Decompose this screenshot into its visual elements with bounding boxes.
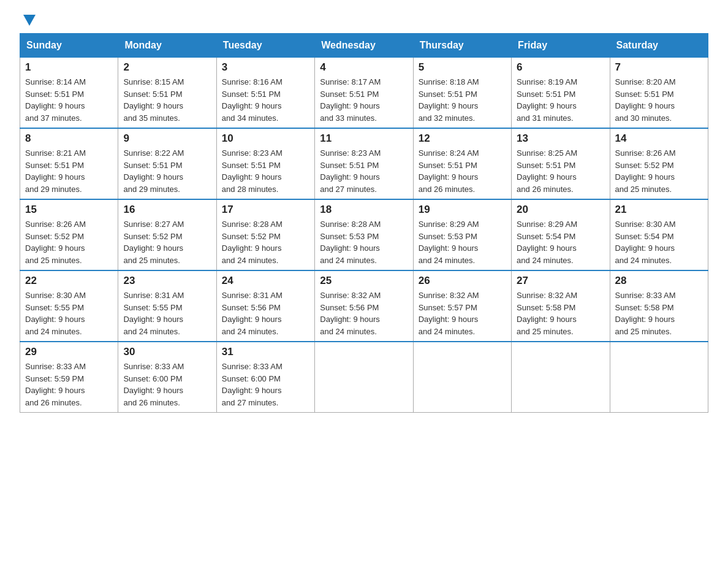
calendar-cell: 24Sunrise: 8:31 AMSunset: 5:56 PMDayligh…: [216, 270, 314, 342]
calendar-table: SundayMondayTuesdayWednesdayThursdayFrid…: [20, 33, 708, 413]
calendar-cell: 10Sunrise: 8:23 AMSunset: 5:51 PMDayligh…: [216, 128, 314, 199]
day-number: 9: [123, 132, 211, 145]
day-info: Sunrise: 8:33 AMSunset: 5:59 PMDaylight:…: [25, 361, 113, 408]
day-info: Sunrise: 8:21 AMSunset: 5:51 PMDaylight:…: [25, 147, 113, 195]
calendar-cell: 26Sunrise: 8:32 AMSunset: 5:57 PMDayligh…: [413, 270, 511, 342]
calendar-cell: 9Sunrise: 8:22 AMSunset: 5:51 PMDaylight…: [118, 128, 216, 199]
calendar-cell: 30Sunrise: 8:33 AMSunset: 6:00 PMDayligh…: [118, 342, 216, 413]
calendar-cell: 5Sunrise: 8:18 AMSunset: 5:51 PMDaylight…: [413, 58, 511, 129]
weekday-header-monday: Monday: [118, 34, 216, 58]
calendar-cell: 31Sunrise: 8:33 AMSunset: 6:00 PMDayligh…: [216, 342, 314, 413]
day-number: 19: [419, 204, 506, 216]
day-info: Sunrise: 8:33 AMSunset: 5:58 PMDaylight:…: [615, 289, 703, 337]
calendar-week-row: 1Sunrise: 8:14 AMSunset: 5:51 PMDaylight…: [20, 58, 708, 129]
day-number: 31: [222, 346, 309, 358]
day-info: Sunrise: 8:31 AMSunset: 5:55 PMDaylight:…: [123, 289, 211, 337]
day-number: 14: [615, 132, 703, 145]
day-info: Sunrise: 8:15 AMSunset: 5:51 PMDaylight:…: [123, 76, 211, 124]
day-number: 16: [123, 204, 211, 216]
day-info: Sunrise: 8:29 AMSunset: 5:53 PMDaylight:…: [419, 218, 506, 266]
calendar-cell: 13Sunrise: 8:25 AMSunset: 5:51 PMDayligh…: [512, 128, 610, 199]
day-number: 21: [615, 204, 703, 216]
day-number: 30: [123, 346, 211, 358]
day-info: Sunrise: 8:30 AMSunset: 5:54 PMDaylight:…: [615, 218, 703, 266]
day-info: Sunrise: 8:28 AMSunset: 5:53 PMDaylight:…: [320, 218, 408, 266]
calendar-cell: 22Sunrise: 8:30 AMSunset: 5:55 PMDayligh…: [20, 270, 118, 342]
day-info: Sunrise: 8:28 AMSunset: 5:52 PMDaylight:…: [222, 218, 309, 266]
weekday-header-sunday: Sunday: [20, 34, 118, 58]
logo-triangle-icon: [23, 15, 36, 26]
day-number: 10: [222, 132, 309, 145]
calendar-cell: 1Sunrise: 8:14 AMSunset: 5:51 PMDaylight…: [20, 58, 118, 129]
day-number: 22: [25, 275, 113, 287]
calendar-cell: 17Sunrise: 8:28 AMSunset: 5:52 PMDayligh…: [216, 199, 314, 270]
day-number: 7: [615, 61, 703, 74]
day-info: Sunrise: 8:31 AMSunset: 5:56 PMDaylight:…: [222, 289, 309, 337]
day-number: 1: [25, 61, 113, 74]
page-header: [20, 15, 708, 26]
calendar-cell: 11Sunrise: 8:23 AMSunset: 5:51 PMDayligh…: [315, 128, 413, 199]
day-number: 15: [25, 204, 113, 216]
calendar-cell: 19Sunrise: 8:29 AMSunset: 5:53 PMDayligh…: [413, 199, 511, 270]
day-number: 2: [123, 61, 211, 74]
day-info: Sunrise: 8:24 AMSunset: 5:51 PMDaylight:…: [419, 147, 506, 195]
calendar-cell: 8Sunrise: 8:21 AMSunset: 5:51 PMDaylight…: [20, 128, 118, 199]
day-info: Sunrise: 8:32 AMSunset: 5:58 PMDaylight:…: [517, 289, 604, 337]
day-info: Sunrise: 8:23 AMSunset: 5:51 PMDaylight:…: [320, 147, 408, 195]
day-number: 29: [25, 346, 113, 358]
day-info: Sunrise: 8:33 AMSunset: 6:00 PMDaylight:…: [222, 361, 309, 408]
day-info: Sunrise: 8:27 AMSunset: 5:52 PMDaylight:…: [123, 218, 211, 266]
calendar-cell: 16Sunrise: 8:27 AMSunset: 5:52 PMDayligh…: [118, 199, 216, 270]
calendar-cell: 14Sunrise: 8:26 AMSunset: 5:52 PMDayligh…: [610, 128, 708, 199]
logo: [20, 15, 36, 26]
logo-blue-text: [20, 15, 36, 26]
calendar-cell: 15Sunrise: 8:26 AMSunset: 5:52 PMDayligh…: [20, 199, 118, 270]
calendar-cell: 28Sunrise: 8:33 AMSunset: 5:58 PMDayligh…: [610, 270, 708, 342]
calendar-cell: 27Sunrise: 8:32 AMSunset: 5:58 PMDayligh…: [512, 270, 610, 342]
day-number: 27: [517, 275, 604, 287]
day-info: Sunrise: 8:19 AMSunset: 5:51 PMDaylight:…: [517, 76, 604, 124]
calendar-week-row: 29Sunrise: 8:33 AMSunset: 5:59 PMDayligh…: [20, 342, 708, 413]
day-number: 4: [320, 61, 408, 74]
weekday-header-tuesday: Tuesday: [216, 34, 314, 58]
calendar-header-row: SundayMondayTuesdayWednesdayThursdayFrid…: [20, 34, 708, 58]
day-number: 25: [320, 275, 408, 287]
day-info: Sunrise: 8:22 AMSunset: 5:51 PMDaylight:…: [123, 147, 211, 195]
calendar-cell: 29Sunrise: 8:33 AMSunset: 5:59 PMDayligh…: [20, 342, 118, 413]
calendar-cell: 20Sunrise: 8:29 AMSunset: 5:54 PMDayligh…: [512, 199, 610, 270]
calendar-cell: 23Sunrise: 8:31 AMSunset: 5:55 PMDayligh…: [118, 270, 216, 342]
calendar-cell: [315, 342, 413, 413]
day-info: Sunrise: 8:33 AMSunset: 6:00 PMDaylight:…: [123, 361, 211, 408]
calendar-cell: 4Sunrise: 8:17 AMSunset: 5:51 PMDaylight…: [315, 58, 413, 129]
calendar-cell: 3Sunrise: 8:16 AMSunset: 5:51 PMDaylight…: [216, 58, 314, 129]
day-info: Sunrise: 8:30 AMSunset: 5:55 PMDaylight:…: [25, 289, 113, 337]
calendar-cell: 7Sunrise: 8:20 AMSunset: 5:51 PMDaylight…: [610, 58, 708, 129]
day-number: 26: [419, 275, 506, 287]
calendar-week-row: 15Sunrise: 8:26 AMSunset: 5:52 PMDayligh…: [20, 199, 708, 270]
calendar-cell: 21Sunrise: 8:30 AMSunset: 5:54 PMDayligh…: [610, 199, 708, 270]
day-info: Sunrise: 8:26 AMSunset: 5:52 PMDaylight:…: [615, 147, 703, 195]
calendar-cell: 12Sunrise: 8:24 AMSunset: 5:51 PMDayligh…: [413, 128, 511, 199]
weekday-header-wednesday: Wednesday: [315, 34, 413, 58]
calendar-week-row: 8Sunrise: 8:21 AMSunset: 5:51 PMDaylight…: [20, 128, 708, 199]
day-info: Sunrise: 8:29 AMSunset: 5:54 PMDaylight:…: [517, 218, 604, 266]
calendar-cell: [512, 342, 610, 413]
day-number: 11: [320, 132, 408, 145]
calendar-cell: 6Sunrise: 8:19 AMSunset: 5:51 PMDaylight…: [512, 58, 610, 129]
calendar-week-row: 22Sunrise: 8:30 AMSunset: 5:55 PMDayligh…: [20, 270, 708, 342]
calendar-cell: [413, 342, 511, 413]
day-info: Sunrise: 8:18 AMSunset: 5:51 PMDaylight:…: [419, 76, 506, 124]
day-number: 8: [25, 132, 113, 145]
day-number: 12: [419, 132, 506, 145]
day-info: Sunrise: 8:32 AMSunset: 5:56 PMDaylight:…: [320, 289, 408, 337]
calendar-cell: [610, 342, 708, 413]
day-number: 28: [615, 275, 703, 287]
day-info: Sunrise: 8:32 AMSunset: 5:57 PMDaylight:…: [419, 289, 506, 337]
day-info: Sunrise: 8:26 AMSunset: 5:52 PMDaylight:…: [25, 218, 113, 266]
calendar-cell: 18Sunrise: 8:28 AMSunset: 5:53 PMDayligh…: [315, 199, 413, 270]
day-number: 24: [222, 275, 309, 287]
day-number: 13: [517, 132, 604, 145]
day-number: 5: [419, 61, 506, 74]
day-info: Sunrise: 8:17 AMSunset: 5:51 PMDaylight:…: [320, 76, 408, 124]
day-info: Sunrise: 8:25 AMSunset: 5:51 PMDaylight:…: [517, 147, 604, 195]
